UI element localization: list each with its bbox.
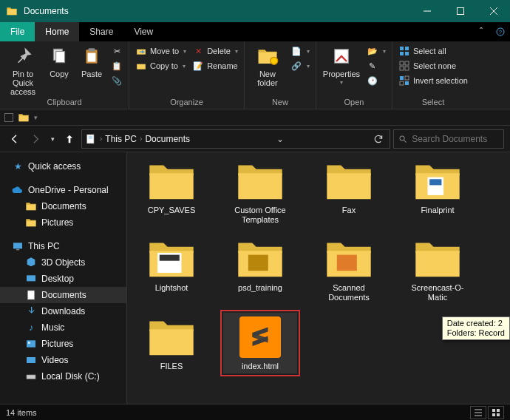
3d-objects-icon bbox=[25, 257, 37, 268]
search-box[interactable] bbox=[393, 129, 504, 149]
select-all-checkbox[interactable] bbox=[4, 113, 13, 122]
pin-to-quick-access-button[interactable]: Pin to Quick access bbox=[4, 44, 41, 96]
sidebar-pictures[interactable]: Pictures bbox=[0, 336, 126, 352]
search-input[interactable] bbox=[412, 134, 499, 144]
sidebar-desktop[interactable]: Desktop bbox=[0, 271, 126, 287]
sidebar-onedrive-pictures[interactable]: Pictures bbox=[0, 214, 126, 231]
qat-dropdown[interactable]: ▾ bbox=[34, 114, 38, 121]
sidebar-3d-objects[interactable]: 3D Objects bbox=[0, 254, 126, 271]
folder-item[interactable]: Custom Office Templates bbox=[223, 157, 297, 227]
thumbnails-view-button[interactable] bbox=[488, 406, 504, 419]
svg-point-11 bbox=[271, 57, 278, 64]
group-label: Organize bbox=[134, 96, 239, 109]
easy-access-button[interactable]: 🔗▾ bbox=[289, 59, 311, 72]
cut-button[interactable]: ✂ bbox=[109, 44, 124, 58]
tab-share[interactable]: Share bbox=[79, 22, 123, 41]
ribbon-tabs: File Home Share View ˆ ? bbox=[0, 22, 510, 41]
file-list[interactable]: CPY_SAVES Custom Office Templates Fax Fi… bbox=[127, 152, 510, 404]
move-to-button[interactable]: Move to▾ bbox=[134, 44, 188, 58]
details-view-button[interactable] bbox=[470, 406, 486, 419]
invert-selection-icon bbox=[398, 75, 410, 87]
open-button[interactable]: 📂▾ bbox=[365, 44, 387, 58]
folder-item[interactable]: FILES bbox=[135, 313, 208, 374]
music-icon: ♪ bbox=[25, 322, 37, 333]
svg-rect-9 bbox=[89, 48, 95, 51]
minimize-button[interactable] bbox=[410, 0, 443, 22]
edit-button[interactable]: ✎ bbox=[365, 59, 387, 72]
folder-item[interactable]: Lightshot bbox=[135, 234, 208, 305]
tab-home[interactable]: Home bbox=[35, 22, 79, 41]
folder-item[interactable]: Finalprint bbox=[401, 157, 475, 227]
folder-item[interactable]: CPY_SAVES bbox=[135, 157, 208, 227]
folder-item[interactable]: Scanned Documents bbox=[312, 234, 386, 305]
group-label: New bbox=[249, 96, 311, 109]
sidebar-quick-access[interactable]: ★Quick access bbox=[0, 158, 126, 175]
sidebar-music[interactable]: ♪Music bbox=[0, 319, 126, 336]
select-none-button[interactable]: Select none bbox=[397, 59, 469, 72]
chevron-right-icon[interactable]: › bbox=[140, 135, 142, 143]
titlebar[interactable]: Documents bbox=[0, 0, 510, 22]
svg-rect-30 bbox=[13, 243, 22, 248]
help-button[interactable]: ? bbox=[491, 22, 510, 41]
maximize-button[interactable] bbox=[443, 0, 477, 22]
folder-icon bbox=[6, 5, 18, 17]
svg-point-35 bbox=[28, 342, 30, 344]
svg-rect-15 bbox=[400, 52, 404, 55]
copy-icon bbox=[47, 44, 71, 68]
svg-rect-37 bbox=[27, 375, 35, 379]
recent-locations-button[interactable]: ▾ bbox=[47, 130, 58, 148]
folder-item[interactable]: psd_training bbox=[223, 234, 297, 305]
pc-icon bbox=[12, 240, 24, 252]
sidebar-videos[interactable]: Videos bbox=[0, 352, 126, 368]
sidebar-downloads[interactable]: Downloads bbox=[0, 303, 126, 319]
history-button[interactable]: 🕑 bbox=[365, 74, 387, 87]
file-item-selected[interactable]: index.html bbox=[223, 313, 297, 374]
address-dropdown-button[interactable]: ⌄ bbox=[272, 134, 288, 144]
sidebar-local-disk[interactable]: Local Disk (C:) bbox=[0, 368, 126, 385]
breadcrumb-documents[interactable]: Documents bbox=[145, 134, 190, 144]
delete-button[interactable]: ✕Delete▾ bbox=[191, 44, 239, 58]
tab-view[interactable]: View bbox=[123, 22, 163, 41]
copy-path-button[interactable]: 📋 bbox=[109, 59, 124, 72]
tab-file[interactable]: File bbox=[0, 22, 35, 41]
sidebar-onedrive[interactable]: OneDrive - Personal bbox=[0, 182, 126, 198]
svg-rect-1 bbox=[457, 8, 463, 15]
refresh-button[interactable] bbox=[370, 134, 387, 144]
paste-shortcut-button[interactable]: 📎 bbox=[109, 74, 124, 87]
paste-button[interactable]: Paste bbox=[77, 44, 106, 78]
select-all-button[interactable]: Select all bbox=[397, 44, 469, 58]
sidebar-documents[interactable]: Documents bbox=[0, 287, 126, 303]
address-bar[interactable]: › This PC › Documents ⌄ bbox=[81, 129, 390, 149]
chevron-right-icon[interactable]: › bbox=[100, 135, 102, 143]
desktop-icon bbox=[25, 273, 37, 285]
group-label: Clipboard bbox=[4, 96, 124, 109]
back-button[interactable] bbox=[6, 130, 24, 148]
folder-icon bbox=[25, 217, 37, 228]
forward-button[interactable] bbox=[27, 130, 44, 148]
group-clipboard: Pin to Quick access Copy Paste ✂ 📋 📎 Cli… bbox=[0, 41, 129, 109]
svg-rect-17 bbox=[400, 61, 404, 65]
invert-selection-button[interactable]: Invert selection bbox=[397, 74, 469, 87]
sidebar-this-pc[interactable]: This PC bbox=[0, 238, 126, 254]
paste-icon bbox=[80, 44, 103, 68]
folder-item[interactable]: Fax bbox=[312, 157, 386, 227]
svg-rect-50 bbox=[497, 413, 500, 416]
close-button[interactable] bbox=[477, 0, 510, 22]
breadcrumb-this-pc[interactable]: This PC bbox=[105, 134, 137, 144]
copy-button[interactable]: Copy bbox=[44, 44, 74, 78]
up-button[interactable] bbox=[61, 130, 78, 148]
rename-button[interactable]: 📝Rename bbox=[191, 59, 239, 72]
navigation-pane: ★Quick access OneDrive - Personal Docume… bbox=[0, 152, 127, 404]
svg-rect-36 bbox=[27, 357, 35, 363]
cloud-icon bbox=[12, 184, 24, 196]
new-item-button[interactable]: 📄▾ bbox=[289, 44, 311, 58]
ribbon-collapse-button[interactable]: ˆ bbox=[472, 22, 491, 41]
new-folder-button[interactable]: New folder bbox=[249, 44, 286, 87]
folder-item[interactable]: Screencast-O-Matic bbox=[401, 234, 475, 305]
pictures-icon bbox=[25, 338, 37, 350]
copy-to-button[interactable]: Copy to▾ bbox=[134, 59, 188, 72]
properties-button[interactable]: Properties ▾ bbox=[321, 44, 362, 87]
svg-rect-13 bbox=[400, 47, 404, 50]
sidebar-onedrive-documents[interactable]: Documents bbox=[0, 198, 126, 214]
navigation-bar: ▾ › This PC › Documents ⌄ bbox=[0, 126, 510, 152]
